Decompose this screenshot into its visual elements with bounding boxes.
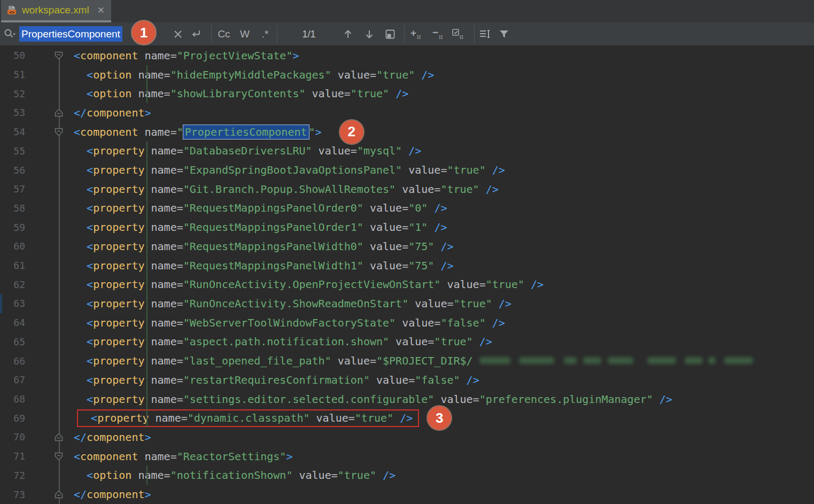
code-token: value [319, 144, 351, 157]
line-number: 73 [0, 489, 33, 500]
code-token [440, 278, 447, 291]
code-token: < [87, 316, 93, 329]
code-text[interactable]: <property name="RequestMappingsPanelOrde… [68, 199, 814, 218]
code-line-54[interactable]: 54<component name="PropertiesComponent">… [0, 122, 814, 142]
code-text[interactable]: <property name="settings.editor.selected… [68, 390, 814, 409]
find-all-icon[interactable] [383, 27, 398, 42]
code-text[interactable]: <property name="dynamic.classpath" value… [68, 408, 814, 428]
code-token: value [376, 374, 408, 386]
search-icon[interactable] [2, 27, 17, 42]
code-line-71[interactable]: 71<component name="ReactorSettings"> [0, 447, 814, 466]
clear-search-icon[interactable] [170, 27, 185, 42]
indent-guide [146, 351, 148, 370]
code-line-68[interactable]: 68 <property name="settings.editor.selec… [0, 390, 814, 409]
code-text[interactable]: <property name="RequestMappingsPanelWidt… [68, 237, 814, 256]
code-line-52[interactable]: 52 <option name="showLibraryContents" va… [0, 84, 814, 103]
code-text[interactable]: </component> [68, 103, 814, 122]
code-text[interactable]: <component name="ReactorSettings"> [68, 447, 814, 466]
code-token: property [97, 412, 149, 424]
code-token [396, 316, 402, 329]
code-token: component [80, 126, 138, 138]
code-line-63[interactable]: 63 <property name="RunOnceActivity.ShowR… [0, 294, 814, 313]
code-line-73[interactable]: 73</component> [0, 485, 814, 504]
code-text[interactable]: <option name="showLibraryContents" value… [68, 84, 814, 103]
code-editor[interactable]: 50<component name="ProjectViewState">51 … [0, 46, 814, 504]
search-in-selection-icon[interactable] [477, 27, 492, 42]
code-text[interactable]: <property name="last_opened_file_path" v… [68, 351, 814, 370]
filter-icon[interactable] [497, 27, 511, 42]
code-token: /> [660, 393, 672, 406]
code-token: = [370, 68, 376, 81]
line-number: 68 [0, 393, 33, 405]
code-token: = [331, 469, 338, 482]
code-line-53[interactable]: 53</component> [0, 103, 814, 122]
code-text[interactable]: <option name="hideEmptyMiddlePackages" v… [68, 65, 814, 84]
code-token: component [87, 488, 144, 501]
code-token: = [177, 393, 183, 406]
remove-occurrence-icon[interactable]: − II [431, 27, 446, 42]
match-case-toggle[interactable]: Cc [215, 27, 232, 42]
newline-icon[interactable] [189, 27, 204, 42]
code-token: "restartRequiresConfirmation" [183, 374, 370, 386]
code-line-61[interactable]: 61 <property name="RequestMappingsPanelW… [0, 256, 814, 275]
redacted-text [519, 357, 554, 364]
words-toggle[interactable]: W [237, 27, 252, 42]
next-occurrence-icon[interactable] [362, 27, 377, 42]
code-text[interactable]: </component> [68, 428, 814, 447]
code-token [74, 183, 87, 196]
code-line-57[interactable]: 57 <property name="Git.Branch.Popup.Show… [0, 180, 814, 199]
select-all-occurrences-icon[interactable]: II [451, 27, 466, 42]
gutter-fold-column [33, 428, 68, 447]
close-icon[interactable]: ✕ [97, 5, 105, 16]
code-text[interactable]: <component name="ProjectViewState"> [68, 46, 814, 65]
code-token: /> [396, 87, 408, 100]
tab-workspace-xml[interactable]: <> workspace.xml ✕ [1, 0, 111, 20]
svg-text:<>: <> [9, 10, 14, 15]
code-text[interactable]: <property name="Git.Branch.Popup.ShowAll… [68, 180, 814, 199]
toolbar-separator [211, 25, 212, 43]
code-token: "true" [486, 278, 524, 291]
code-text[interactable]: <property name="RequestMappingsPanelWidt… [68, 256, 814, 275]
add-occurrence-icon[interactable]: + II [409, 27, 424, 42]
code-text[interactable]: <property name="restartRequiresConfirmat… [68, 370, 814, 390]
code-line-66[interactable]: 66 <property name="last_opened_file_path… [0, 351, 814, 370]
search-input[interactable]: PropertiesComponent [19, 26, 122, 42]
code-text[interactable]: <property name="RequestMappingsPanelOrde… [68, 218, 814, 237]
code-line-70[interactable]: 70</component> [0, 428, 814, 447]
regex-toggle[interactable]: .* [258, 27, 273, 42]
code-line-59[interactable]: 59 <property name="RequestMappingsPanelO… [0, 218, 814, 237]
code-line-60[interactable]: 60 <property name="RequestMappingsPanelW… [0, 237, 814, 256]
code-text[interactable]: <component name="PropertiesComponent">2 [68, 122, 814, 142]
line-number: 54 [0, 126, 33, 137]
line-number: 56 [0, 165, 33, 176]
previous-occurrence-icon[interactable] [340, 27, 355, 42]
code-token: property [93, 297, 144, 310]
code-line-55[interactable]: 55 <property name="DatabaseDriversLRU" v… [0, 142, 814, 161]
code-line-56[interactable]: 56 <property name="ExpandSpringBootJavaO… [0, 160, 814, 180]
annotation-red-box: <property name="dynamic.classpath" value… [77, 409, 419, 427]
code-line-67[interactable]: 67 <property name="restartRequiresConfir… [0, 370, 814, 390]
code-token: = [473, 393, 479, 406]
code-token: /> [492, 316, 505, 329]
code-line-65[interactable]: 65 <property name="aspect.path.notificat… [0, 332, 814, 352]
code-token: "75" [408, 259, 434, 272]
code-text[interactable]: <option name="notificationShown" value="… [68, 466, 814, 485]
code-token: < [87, 335, 93, 348]
code-line-69[interactable]: 69 <property name="dynamic.classpath" va… [0, 408, 814, 428]
code-text[interactable]: <property name="WebServerToolWindowFacto… [68, 313, 814, 332]
code-line-64[interactable]: 64 <property name="WebServerToolWindowFa… [0, 313, 814, 332]
code-text[interactable]: <property name="RunOnceActivity.OpenProj… [68, 275, 814, 294]
code-text[interactable]: <property name="ExpandSpringBootJavaOpti… [68, 160, 814, 180]
code-line-51[interactable]: 51 <option name="hideEmptyMiddlePackages… [0, 65, 814, 84]
code-line-50[interactable]: 50<component name="ProjectViewState"> [0, 46, 814, 65]
code-text[interactable]: <property name="RunOnceActivity.ShowRead… [68, 294, 814, 313]
code-text[interactable]: <property name="DatabaseDriversLRU" valu… [68, 142, 814, 161]
code-line-62[interactable]: 62 <property name="RunOnceActivity.OpenP… [0, 275, 814, 294]
code-line-58[interactable]: 58 <property name="RequestMappingsPanelO… [0, 199, 814, 218]
search-match-highlight: PropertiesComponent [183, 125, 309, 139]
match-count: 1/1 [291, 27, 327, 42]
code-text[interactable]: <property name="aspect.path.notification… [68, 332, 814, 352]
code-line-72[interactable]: 72 <option name="notificationShown" valu… [0, 466, 814, 485]
code-text[interactable]: </component> [68, 485, 814, 504]
code-token: "aspect.path.notification.shown" [183, 335, 389, 348]
